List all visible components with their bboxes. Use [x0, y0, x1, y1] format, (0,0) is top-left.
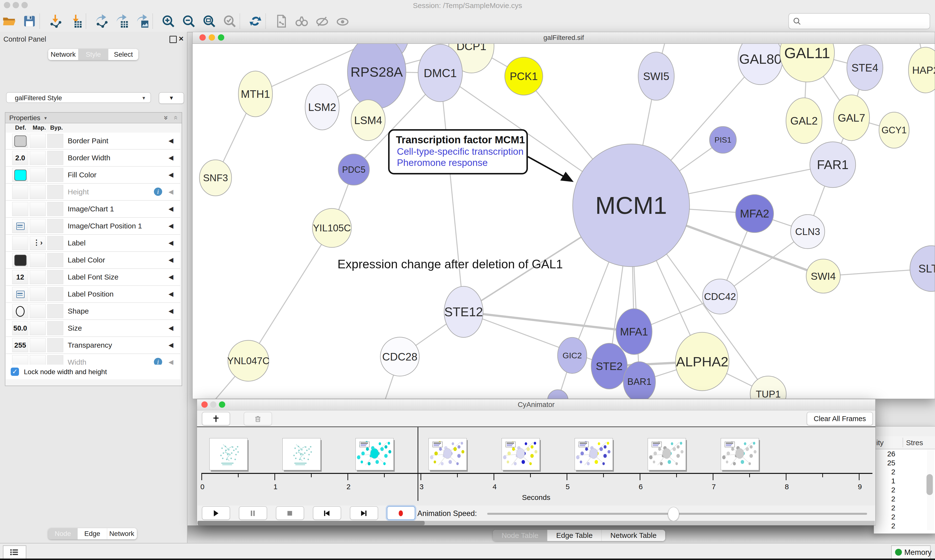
column-header[interactable]: ity: [876, 438, 884, 447]
property-row-image-chart-1[interactable]: Image/Chart 1◀: [6, 201, 180, 218]
add-frame-button[interactable]: [202, 412, 230, 426]
expand-row-icon[interactable]: ◀: [168, 239, 173, 247]
search-network-icon[interactable]: [295, 14, 309, 28]
expand-row-icon[interactable]: ◀: [168, 171, 173, 178]
expand-row-icon[interactable]: ◀: [168, 256, 173, 264]
timeline[interactable]: 0123456789 Seconds: [197, 427, 875, 506]
import-network-icon[interactable]: [48, 14, 62, 28]
graph-node-LSM4[interactable]: LSM4: [351, 100, 385, 141]
record-button[interactable]: [387, 506, 415, 520]
mapping-cell[interactable]: ⋮›: [30, 236, 46, 250]
default-value-cell[interactable]: [12, 134, 28, 148]
graph-node-STE4[interactable]: STE4: [847, 45, 883, 91]
export-table-icon[interactable]: [115, 14, 129, 28]
graph-node-DMC1[interactable]: DMC1: [418, 44, 462, 102]
graph-node-CDC28[interactable]: CDC28: [380, 337, 419, 376]
expand-row-icon[interactable]: ◀: [168, 341, 173, 349]
graph-node-GAL11[interactable]: GAL11: [780, 44, 835, 82]
mapping-cell[interactable]: [30, 321, 46, 335]
graph-node-MFA1[interactable]: MFA1: [616, 309, 652, 354]
pause-button[interactable]: [239, 506, 267, 520]
mapping-cell[interactable]: [30, 219, 46, 233]
bypass-cell[interactable]: [47, 304, 63, 318]
properties-header[interactable]: Properties ▾ » »: [5, 112, 182, 123]
network-window-titlebar[interactable]: galFiltered.sif: [193, 32, 935, 44]
tab-select[interactable]: Select: [108, 49, 138, 60]
graph-node-GAL2[interactable]: GAL2: [786, 98, 822, 143]
bypass-cell[interactable]: [47, 338, 63, 352]
default-value-cell[interactable]: [12, 236, 28, 250]
default-value-cell[interactable]: 50.0: [12, 321, 28, 335]
graph-node-YNL047C[interactable]: YNL047C: [227, 340, 269, 381]
column-header[interactable]: Stres: [906, 438, 923, 447]
graph-node-CLN3[interactable]: CLN3: [791, 215, 825, 249]
play-button[interactable]: [202, 506, 230, 520]
memory-button[interactable]: Memory: [891, 545, 930, 559]
bypass-cell[interactable]: [47, 151, 63, 165]
default-value-cell[interactable]: [12, 168, 28, 182]
property-row-transparency[interactable]: 255Transparency◀: [6, 337, 180, 354]
default-value-cell[interactable]: [12, 304, 28, 318]
property-row-fill-color[interactable]: Fill Color◀: [6, 167, 180, 184]
timeline-scrollbar[interactable]: [197, 521, 875, 525]
graph-node-ALPHA2[interactable]: ALPHA2: [676, 332, 729, 391]
keyframe-thumbnail-0[interactable]: [210, 438, 248, 470]
default-value-cell[interactable]: [12, 219, 28, 233]
table-row[interactable]: 2: [874, 513, 925, 522]
graph-node-cut[interactable]: [548, 390, 568, 399]
table-row[interactable]: 26: [874, 450, 925, 459]
collapse-all-icon[interactable]: »: [171, 116, 179, 120]
tab-network-style[interactable]: Network: [107, 528, 136, 539]
mapping-cell[interactable]: [30, 202, 46, 216]
graph-node-RPS28A[interactable]: RPS28A: [347, 44, 406, 109]
bypass-cell[interactable]: [47, 134, 63, 148]
expand-row-icon[interactable]: ◀: [168, 273, 173, 281]
default-value-cell[interactable]: 12: [12, 270, 28, 284]
bypass-cell[interactable]: [47, 219, 63, 233]
mapping-cell[interactable]: [30, 168, 46, 182]
graph-node-HAP2[interactable]: HAP2: [909, 47, 935, 93]
annotation-link[interactable]: Pheromone response: [397, 157, 526, 168]
cyanimator-titlebar[interactable]: CyAnimator: [197, 399, 875, 411]
graph-node-FAR1[interactable]: FAR1: [810, 142, 856, 188]
keyframe-thumbnail-3[interactable]: [429, 438, 467, 470]
tab-edge-table[interactable]: Edge Table: [547, 530, 602, 541]
property-row-label[interactable]: ⋮›Label◀: [6, 235, 180, 252]
open-session-icon[interactable]: [2, 14, 16, 28]
graph-node-PDC5[interactable]: PDC5: [338, 154, 369, 185]
expand-row-icon[interactable]: ◀: [168, 290, 173, 298]
graph-node-GCY1[interactable]: GCY1: [879, 112, 909, 148]
graph-node-MCM1[interactable]: MCM1: [573, 144, 690, 267]
tab-network-table[interactable]: Network Table: [602, 530, 665, 541]
snapshot-document-icon[interactable]: [274, 14, 288, 28]
mapping-cell[interactable]: [30, 287, 46, 301]
default-value-cell[interactable]: [12, 202, 28, 216]
graph-node-MFA2[interactable]: MFA2: [736, 195, 774, 232]
keyframe-thumbnail-1[interactable]: [282, 438, 321, 470]
mcm1-annotation[interactable]: Transcription factor MCM1 Cell-type-spec…: [388, 129, 528, 174]
graph-node-CDC42[interactable]: CDC42: [702, 279, 738, 314]
bypass-cell[interactable]: [47, 236, 63, 250]
graph-node-PIS1[interactable]: PIS1: [710, 126, 736, 153]
property-row-image-chart-position-1[interactable]: Image/Chart Position 1◀: [6, 218, 180, 235]
zoom-in-icon[interactable]: [161, 14, 175, 28]
table-row[interactable]: 2: [874, 504, 925, 513]
keyframe-thumbnail-4[interactable]: [501, 438, 540, 470]
style-selector[interactable]: galFiltered Style▾: [6, 92, 151, 103]
table-row[interactable]: 25: [874, 459, 925, 468]
graph-node-BAR1[interactable]: BAR1: [623, 362, 656, 399]
graph-node-PCK1[interactable]: PCK1: [505, 57, 543, 95]
tab-node-style[interactable]: Node: [48, 528, 78, 539]
mapping-cell[interactable]: [30, 185, 46, 199]
tab-style[interactable]: Style: [79, 49, 109, 60]
animation-speed-slider[interactable]: [487, 513, 867, 515]
bypass-cell[interactable]: [47, 287, 63, 301]
network-caption[interactable]: Expression change after deletion of GAL1: [338, 257, 581, 271]
table-scrollbar[interactable]: [927, 450, 934, 530]
zoom-fit-icon[interactable]: [202, 14, 216, 28]
property-row-border-paint[interactable]: Border Paint◀: [6, 132, 180, 149]
table-row[interactable]: 1: [874, 477, 925, 486]
save-session-icon[interactable]: [22, 14, 37, 28]
import-table-icon[interactable]: [69, 14, 83, 28]
graph-node-SWI4[interactable]: SWI4: [806, 259, 840, 293]
